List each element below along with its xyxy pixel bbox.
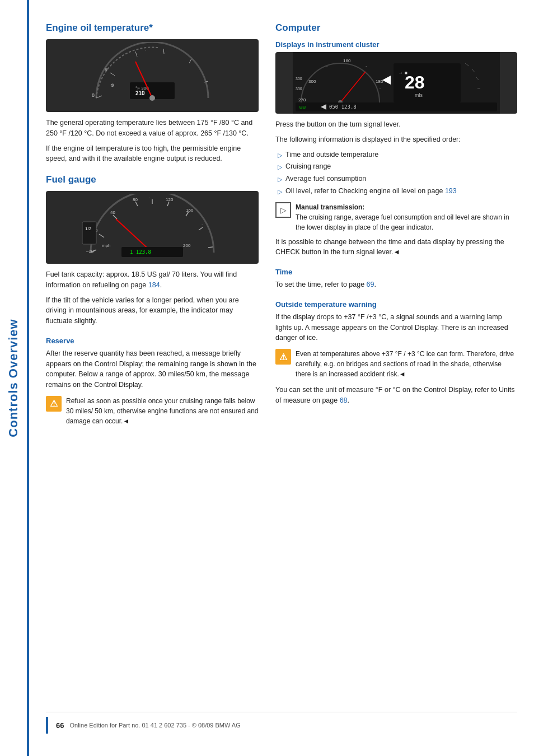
bullet-item-3: ▷ Average fuel consumption	[275, 174, 517, 184]
engine-oil-desc1: The general operating temperature lies b…	[46, 118, 259, 139]
outside-temp-desc2: You can set the unit of measure °F or °C…	[275, 385, 517, 406]
bullet-text-4: Oil level, refer to Checking engine oil …	[285, 186, 457, 197]
outside-temp-warning-text: Even at temperatures above +37 °F / +3 °…	[296, 349, 517, 379]
svg-text:160: 160	[343, 58, 351, 63]
fuel-desc1: Fuel tank capacity: approx. 18.5 US gal/…	[46, 269, 259, 291]
svg-text:120: 120	[166, 197, 174, 202]
svg-text:330: 330	[296, 87, 302, 91]
footer: 66 Online Edition for Part no. 01 41 2 6…	[46, 712, 517, 734]
bullet-text-1: Time and outside temperature	[285, 150, 378, 160]
svg-text:⚙: ⚙	[110, 83, 114, 88]
svg-text:1/2: 1/2	[85, 226, 92, 231]
svg-text:200: 200	[183, 243, 191, 248]
reserve-subtitle: Reserve	[46, 337, 259, 345]
displays-subtitle: Displays in instrument cluster	[275, 40, 517, 49]
computer-section: Computer Displays in instrument cluster …	[275, 22, 517, 258]
svg-text:160: 160	[186, 208, 194, 213]
fuel-desc2: If the tilt of the vehicle varies for a …	[46, 295, 259, 326]
svg-text:–20: –20	[86, 249, 94, 254]
manual-label: Manual transmission:	[296, 203, 364, 211]
bullet-item-1: ▷ Time and outside temperature	[275, 150, 517, 160]
two-column-layout: Engine oil temperature*	[46, 22, 517, 701]
svg-text:80: 80	[133, 197, 138, 202]
svg-point-14	[149, 95, 155, 101]
svg-text:300: 300	[308, 79, 316, 84]
reserve-warning-box: ⚠ Refuel as soon as possible once your c…	[46, 396, 259, 426]
svg-text:1  123.8: 1 123.8	[130, 249, 151, 255]
outside-temp-desc1: If the display drops to +37 °F /+3 °C, a…	[275, 312, 517, 343]
bullet-text-2: Cruising range	[285, 161, 331, 172]
press-text: Press the button on the turn signal leve…	[275, 119, 517, 130]
fuel-gauge-title: Fuel gauge	[46, 174, 259, 185]
bullet-item-4: ▷ Oil level, refer to Checking engine oi…	[275, 186, 517, 197]
svg-rect-36	[82, 222, 96, 244]
reserve-warning-text: Refuel as soon as possible once your cru…	[66, 396, 259, 426]
svg-text:·: ·	[149, 195, 150, 200]
right-column: Computer Displays in instrument cluster …	[275, 22, 517, 701]
svg-text:·: ·	[380, 87, 381, 91]
svg-text:·: ·	[145, 47, 147, 53]
fuel-page-link[interactable]: 184	[148, 281, 160, 289]
footer-blue-bar	[46, 717, 48, 734]
left-column: Engine oil temperature*	[46, 22, 259, 701]
bullet-triangle-1: ▷	[278, 151, 282, 160]
main-content: Engine oil temperature*	[29, 0, 534, 756]
bullet-triangle-4: ▷	[278, 187, 282, 197]
following-text: The following information is displayed i…	[275, 134, 517, 145]
footer-page-number: 66	[56, 721, 64, 730]
outside-temp-warning-box: ⚠ Even at temperatures above +37 °F / +3…	[275, 349, 517, 379]
svg-text:mls: mls	[415, 92, 423, 98]
svg-text:050  123.8: 050 123.8	[329, 104, 357, 110]
cluster-svg: 270 300 · 160 · 180 330 · 300	[293, 52, 500, 114]
sidebar: Controls Overview	[0, 0, 27, 756]
manual-transmission-icon: ▷	[275, 202, 291, 218]
check-text: It is possible to change between the tim…	[275, 237, 517, 258]
time-page-link[interactable]: 69	[367, 281, 374, 288]
computer-title: Computer	[275, 22, 517, 34]
engine-oil-section: Engine oil temperature*	[46, 22, 259, 164]
engine-oil-title: Engine oil temperature*	[46, 22, 259, 34]
bullet-item-2: ▷ Cruising range	[275, 161, 517, 172]
fuel-gauge-image: –20 0 40 80 · 120 160 · mph 200	[46, 191, 259, 264]
svg-text:⊟⊟: ⊟⊟	[299, 104, 306, 110]
engine-oil-desc2: If the engine oil temperature is too hig…	[46, 143, 259, 165]
svg-line-25	[208, 247, 213, 248]
oil-level-page-link[interactable]: 193	[445, 187, 457, 195]
reserve-desc1: After the reserve quantity has been reac…	[46, 348, 259, 390]
svg-text:9: 9	[105, 67, 107, 72]
instrument-cluster-image: 270 300 · 160 · 180 330 · 300	[275, 52, 517, 114]
outside-temp-page-link[interactable]: 68	[340, 396, 348, 404]
bullet-text-3: Average fuel consumption	[285, 174, 366, 184]
time-section: Time To set the time, refer to page 69.	[275, 268, 517, 290]
svg-text:210: 210	[135, 90, 145, 96]
svg-text:·: ·	[202, 222, 203, 227]
outside-temp-section: Outside temperature warning If the displ…	[275, 300, 517, 406]
reserve-section: Reserve After the reserve quantity has b…	[46, 337, 259, 426]
footer-copyright: Online Edition for Part no. 01 41 2 602 …	[69, 722, 240, 729]
svg-text:·: ·	[326, 64, 327, 69]
svg-text:·: ·	[366, 64, 367, 69]
svg-text:28: 28	[405, 72, 425, 92]
svg-text:8: 8	[92, 92, 95, 98]
engine-oil-image: 8 9 · °F 300 210 ⚙	[46, 39, 259, 112]
time-text: To set the time, refer to page 69.	[275, 279, 517, 290]
svg-text:180: 180	[376, 79, 383, 84]
time-subtitle: Time	[275, 268, 517, 276]
manual-transmission-text: Manual transmission: The cruising range,…	[296, 202, 517, 232]
svg-text:mph: mph	[102, 243, 111, 248]
bullet-triangle-2: ▷	[278, 162, 282, 172]
manual-body: The cruising range, average fuel consump…	[296, 213, 509, 231]
bullet-triangle-3: ▷	[278, 175, 282, 184]
svg-rect-55	[394, 63, 461, 102]
svg-text:300: 300	[296, 77, 302, 81]
fuel-gauge-section: Fuel gauge	[46, 174, 259, 326]
outside-temp-subtitle: Outside temperature warning	[275, 300, 517, 309]
manual-transmission-box: ▷ Manual transmission: The cruising rang…	[275, 202, 517, 232]
svg-text:40: 40	[110, 210, 115, 215]
computer-bullet-list: ▷ Time and outside temperature ▷ Cruisin…	[275, 150, 517, 197]
warning-icon: ⚠	[46, 396, 62, 412]
engine-oil-gauge-svg: 8 9 · °F 300 210 ⚙	[79, 42, 225, 109]
page-container: Controls Overview Engine oil temperature…	[0, 0, 534, 756]
svg-text:270: 270	[298, 97, 306, 102]
outside-temp-warning-icon: ⚠	[275, 349, 291, 365]
